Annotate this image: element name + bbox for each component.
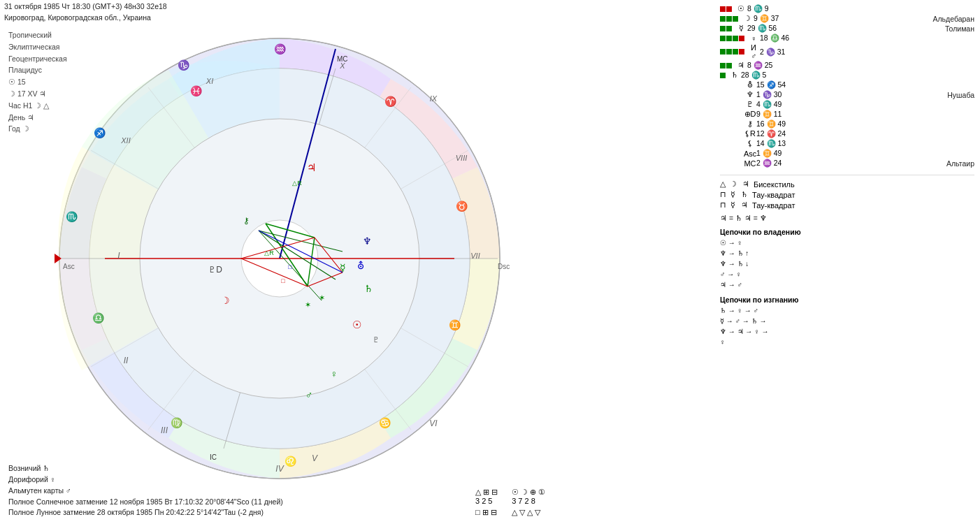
house-label-5: V [312,453,318,463]
neptune-pos: 1 ♑ 30 [756,90,944,99]
saturn-pos: 28 ♏ 5 [741,71,974,80]
chains-exile-label: Цепочки по изгнанию [720,296,974,304]
node-glyph: ♇ [373,335,380,344]
house-label-11: XI [206,77,213,85]
planet-row-jupiter: ♃ 8 ♒ 25 [720,61,974,70]
neptune-symbol: ♆ [744,90,756,99]
planet-row-mercury: ☿ 29 ♏ 56 Толиман [720,24,974,33]
bml-symbol: ⚸ [744,139,756,148]
mars-glyph: ♂ [305,389,313,400]
neptune-star: Нушаба [947,91,974,99]
aspect-row-1: △ ☽ ♃ Бисекстиль [720,180,974,189]
aries-glyph: ♈ [384,96,397,108]
bottom-symbols-panel: △ ⊞ ⊟ 3 2 5 □ ⊞ ⊟ ☉ ☽ ⊕ ① 3 7 2 8 △ ▽ △ … [475,488,685,517]
svg-text:✶: ✶ [305,300,311,309]
house-label-9: IX [430,94,438,103]
mc-symbol: MC [744,159,756,168]
house-label-3: III [161,425,168,435]
pluto-symbol: ♇ [744,100,756,109]
jupiter-glyph: ♃ [307,161,316,173]
planet-row-asc: Asc 1 ♊ 49 [720,149,974,158]
symbol-col-1: △ ⊞ ⊟ 3 2 5 □ ⊞ ⊟ [475,488,498,517]
sun-glyph: ☉ [352,319,361,330]
eclipse1-line: Полное Солнечное затмение 12 ноября 1985… [8,497,503,508]
mercury-glyph: ☿ [340,262,346,273]
gemini-glyph: ♊ [449,319,461,331]
jupiter-pos: 8 ♒ 25 [747,61,974,70]
house-label-6: VI [429,419,438,428]
lilith-symbol: ⚸R [744,129,756,138]
astro-chart-svg: I II III IV V VI VII VIII IX X XI XII As… [42,21,517,496]
mars-symbol: И ♂ [747,43,760,60]
sun-pos: 8 ♏ 9 [747,4,974,13]
planet-row-neptune: ♆ 1 ♑ 30 Нушаба [720,90,974,99]
planet-list: ☉ 8 ♏ 9 ☽ 9 ♊ 37 Альдебаран ☿ 29 ♏ 56 То… [720,4,974,168]
sagittarius-glyph: ♐ [94,127,106,139]
svg-text:△R: △R [292,180,302,187]
house-label-8: VIII [456,154,468,162]
planet-row-bml: ⚸ 14 ♏ 13 [720,139,974,148]
aspect-row-2: ⊓ ☿ ♄ Тау-квадрат [720,190,974,199]
chiron-symbol: ⚷ [744,119,756,129]
house-label-4: IV [275,464,284,474]
asc-symbol: Asc [744,150,756,158]
moon-pos: 9 ♊ 37 [754,14,930,23]
bar1 [720,6,726,12]
planet-row-sun: ☉ 8 ♏ 9 [720,4,974,13]
mars-pos: 2 ♑ 31 [760,48,974,57]
eclipse2-line: Полное Лунное затмение 28 октября 1985 П… [8,507,503,518]
moon-symbol: ☽ [741,14,754,23]
venus-symbol: ♀ [747,34,760,43]
symbol-rows: △ ⊞ ⊟ 3 2 5 □ ⊞ ⊟ ☉ ☽ ⊕ ① 3 7 2 8 △ ▽ △ … [475,488,685,517]
chart-header: 31 октября 1985 Чт 18:30 (GMT+3) 48н30 3… [4,1,167,24]
libra-glyph: ♎ [92,312,105,324]
symbol-col-2: ☉ ☽ ⊕ ① 3 7 2 8 △ ▽ △ ▽ [512,488,545,517]
house-label-2: II [124,356,129,365]
mc-star: Альтаир [946,159,974,168]
planet-row-pluto: ♇ 4 ♏ 49 [720,100,974,109]
jupiter-symbol: ♃ [735,61,747,70]
aquarius-glyph: ♒ [274,43,287,55]
ic-label: IC [210,453,217,461]
aspects-section: △ ☽ ♃ Бисекстиль ⊓ ☿ ♄ Тау-квадрат ⊓ ☿ ♃… [720,175,974,210]
uranus-symbol: ⛢ [744,80,756,89]
date-line: 31 октября 1985 Чт 18:30 (GMT+3) 48н30 3… [4,1,167,13]
venus-pos: 18 ♎ 46 [760,34,974,43]
virgo-glyph: ♍ [171,417,183,429]
pluto-glyph: ♇D [208,265,222,275]
mutual-aspects: ♃ = ♄ ♃ = ♆ [720,214,974,222]
saturn-glyph: ♄ [364,283,373,294]
mercury-star: Толиман [945,24,974,33]
planet-row-moon: ☽ 9 ♊ 37 Альдебаран [720,14,974,23]
asc-pos: 1 ♊ 49 [756,149,974,158]
venus-glyph: ♀ [331,368,338,379]
uranus-glyph: ⛢ [357,260,364,271]
capricorn-glyph: ♑ [178,59,190,71]
pluto-pos: 4 ♏ 49 [756,100,974,109]
bml-pos: 14 ♏ 13 [756,139,974,148]
saturn-symbol: ♄ [728,71,741,80]
taurus-glyph: ♉ [456,201,468,212]
planet-row-saturn: ♄ 28 ♏ 5 [720,71,974,80]
planet-row-mc: MC 2 ♒ 24 Альтаир [720,159,974,168]
node-pos: 9 ♊ 11 [756,110,974,119]
svg-text:△R: △R [264,249,274,256]
chiron-glyph: ⚷ [243,216,250,226]
uranus-pos: 15 ♐ 54 [756,80,974,89]
cancer-glyph: ♋ [379,417,391,429]
planet-row-mars: И ♂ 2 ♑ 31 [720,43,974,60]
mc-label: MC [337,55,348,63]
moon-star: Альдебаран [932,15,974,23]
lilith-pos: 12 ♈ 24 [756,129,974,138]
planet-row-chiron: ⚷ 16 ♊ 49 [720,119,974,129]
chiron-pos: 16 ♊ 49 [756,119,974,129]
scorpio-glyph: ♏ [66,211,78,223]
chains-ownership-section: Цепочки по владению ☉ → ♀ ♆ → ♄ ↑ ♆ → ♄ … [720,228,974,290]
chains-exile-section: Цепочки по изгнанию ♄ → ♀ → ♂ ☿ → ♂ → ♄ … [720,296,974,347]
moon-glyph: ☽ [221,295,230,306]
sun-symbol: ☉ [735,4,747,13]
house-label-12: XII [120,136,130,145]
chains-ownership-content: ☉ → ♀ ♆ → ♄ ↑ ♆ → ♄ ↓ ♂ → ♀ ♃ → ♂ [720,238,974,290]
node-symbol: ⊕D [744,110,756,119]
neptune-glyph: ♆ [363,235,372,247]
